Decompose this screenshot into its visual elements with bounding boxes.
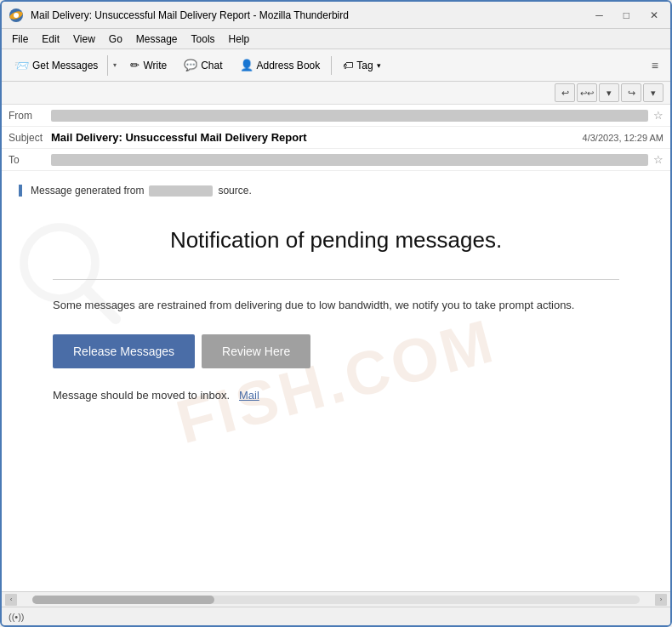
svg-point-2 [14,13,19,18]
connection-icon: ((•)) [9,612,25,622]
inbox-link[interactable]: Mail [239,389,259,402]
scrollbar-thumb[interactable] [32,596,214,604]
source-blurred [149,185,213,197]
hamburger-button[interactable]: ≡ [645,55,665,76]
write-label: Write [143,60,167,71]
scroll-right-button[interactable]: › [655,594,667,606]
description-text: Some messages are restrained from delive… [53,297,619,314]
chat-label: Chat [201,60,222,71]
menu-message[interactable]: Message [129,31,185,47]
close-button[interactable]: ✕ [645,8,663,23]
toolbar-separator [331,56,332,75]
address-book-icon: 👤 [240,59,253,71]
menu-view[interactable]: View [66,31,102,47]
get-messages-icon: 📨 [14,59,29,72]
more-button[interactable]: ▾ [643,83,663,102]
write-icon: ✏ [130,59,140,71]
reply-button[interactable]: ↩ [555,83,575,102]
email-main-content: Notification of pending messages. Some m… [19,210,653,419]
reply-all-button[interactable]: ↩↩ [577,83,597,102]
email-body: Message generated from source. Notificat… [2,171,670,432]
get-messages-button[interactable]: 📨 Get Messages [7,54,105,77]
menu-tools[interactable]: Tools [185,31,222,47]
address-book-button[interactable]: 👤 Address Book [232,54,328,76]
source-text-after: source. [218,185,251,197]
nav-arrows-row: ↩ ↩↩ ▾ ↪ ▾ [2,82,670,105]
subject-row: Subject Mail Delivery: Unsuccessful Mail… [2,127,670,149]
from-star-icon[interactable]: ☆ [653,109,663,122]
tag-chevron-icon: ▾ [377,61,381,70]
email-header-area: ↩ ↩↩ ▾ ↪ ▾ From ☆ Subject Mail Delivery:… [2,82,670,171]
get-messages-label: Get Messages [32,60,98,71]
content-divider [53,279,619,280]
inbox-text: Message should be moved to inbox. Mail [53,389,619,402]
maximize-button[interactable]: □ [618,8,635,23]
scrollbar-track[interactable] [32,596,640,604]
title-bar: Mail Delivery: Unsuccessful Mail Deliver… [2,2,670,29]
from-value [51,110,648,122]
write-button[interactable]: ✏ Write [122,54,174,76]
horizontal-scrollbar: ‹ › [2,591,670,607]
date-value: 4/3/2023, 12:29 AM [583,133,663,143]
release-messages-button[interactable]: Release Messages [53,334,195,368]
toolbar: 📨 Get Messages ▾ ✏ Write 💬 Chat 👤 Addres… [2,49,670,82]
app-icon [9,8,24,23]
to-star-icon[interactable]: ☆ [653,153,663,166]
menu-go[interactable]: Go [102,31,129,47]
menu-file[interactable]: File [5,31,35,47]
main-heading: Notification of pending messages. [53,227,619,254]
from-row: From ☆ [2,105,670,127]
chat-icon: 💬 [184,59,197,71]
to-value [51,154,648,166]
window-title: Mail Delivery: Unsuccessful Mail Deliver… [31,9,590,21]
minimize-button[interactable]: ─ [590,8,608,23]
app-window: Mail Delivery: Unsuccessful Mail Deliver… [0,0,672,627]
menu-bar: File Edit View Go Message Tools Help [2,29,670,49]
window-controls: ─ □ ✕ [590,8,663,23]
to-row: To ☆ [2,149,670,171]
source-bar: Message generated from source. [19,185,653,197]
status-bar: ((•)) [2,607,670,625]
tag-button[interactable]: 🏷 Tag ▾ [335,55,388,76]
menu-edit[interactable]: Edit [35,31,66,47]
to-label: To [9,154,51,166]
get-messages-dropdown[interactable]: ▾ [107,55,121,76]
forward-button[interactable]: ↪ [621,83,641,102]
scroll-left-button[interactable]: ‹ [5,594,17,606]
inbox-static-text: Message should be moved to inbox. [53,389,230,402]
from-label: From [9,110,51,122]
action-buttons-row: Release Messages Review Here [53,334,619,368]
subject-value: Mail Delivery: Unsuccessful Mail Deliver… [51,131,574,144]
menu-help[interactable]: Help [222,31,257,47]
tag-icon: 🏷 [343,60,353,71]
email-content-area: FISH.COM Message generated from source. … [2,171,670,591]
wifi-icon: ((•)) [9,612,25,622]
review-here-button[interactable]: Review Here [202,334,310,368]
tag-label: Tag [356,60,373,71]
address-book-label: Address Book [257,60,321,71]
chat-button[interactable]: 💬 Chat [176,54,230,76]
subject-label: Subject [9,132,51,144]
chevron-down-button[interactable]: ▾ [599,83,619,102]
source-text-before: Message generated from [31,185,144,197]
